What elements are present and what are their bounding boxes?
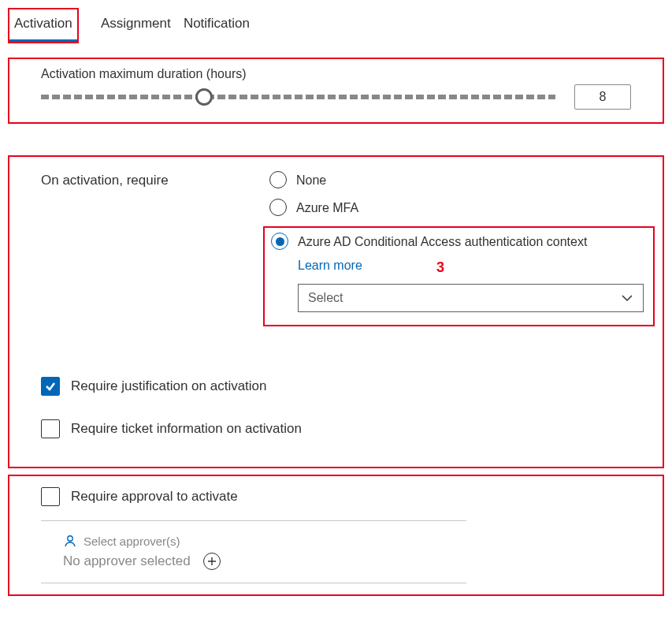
radio-label: Azure MFA <box>296 199 358 217</box>
tab-notification[interactable]: Notification <box>179 9 254 39</box>
radio-label: Azure AD Conditional Access authenticati… <box>298 233 587 251</box>
svg-point-0 <box>68 536 72 541</box>
checkbox-label: Require justification on activation <box>71 378 267 394</box>
slider-thumb[interactable] <box>195 88 213 106</box>
radio-icon <box>269 171 287 188</box>
on-activation-label: On activation, require <box>41 171 269 326</box>
duration-slider[interactable] <box>41 95 555 99</box>
checkbox-icon <box>41 419 60 438</box>
radio-icon <box>271 233 288 250</box>
learn-more-link[interactable]: Learn more <box>298 259 644 273</box>
duration-label: Activation maximum duration (hours) <box>41 67 631 81</box>
checkbox-icon <box>41 377 60 396</box>
radio-icon <box>269 199 287 216</box>
select-placeholder: Select <box>308 291 343 305</box>
checkbox-justification[interactable]: Require justification on activation <box>41 377 655 396</box>
annotation-3: 3 <box>436 259 444 276</box>
approvers-block: Select approver(s) No approver selected <box>41 520 466 583</box>
checkbox-ticket-info[interactable]: Require ticket information on activation <box>41 419 655 438</box>
radio-conditional-access[interactable]: Azure AD Conditional Access authenticati… <box>271 233 644 251</box>
add-approver-button[interactable] <box>203 553 221 570</box>
checkbox-require-approval[interactable]: Require approval to activate <box>41 487 655 506</box>
chevron-down-icon <box>621 292 633 304</box>
person-icon <box>63 534 77 548</box>
section-approval: Require approval to activate Select appr… <box>8 475 664 596</box>
conditional-access-box: Azure AD Conditional Access authenticati… <box>263 226 655 326</box>
auth-context-select[interactable]: Select <box>298 284 644 312</box>
tab-activation[interactable]: Activation <box>9 9 77 42</box>
duration-value-input[interactable]: 8 <box>574 84 631 110</box>
checkbox-label: Require approval to activate <box>71 489 238 505</box>
radio-label: None <box>296 171 326 189</box>
tab-assignment[interactable]: Assignment <box>96 9 176 39</box>
no-approver-text: No approver selected <box>63 553 191 569</box>
select-approvers-label: Select approver(s) <box>84 535 180 548</box>
section-on-activation: On activation, require None Azure MFA Az… <box>8 155 664 468</box>
radio-azure-mfa[interactable]: Azure MFA <box>269 199 655 217</box>
plus-icon <box>207 557 217 566</box>
checkbox-label: Require ticket information on activation <box>71 421 302 437</box>
section-duration: Activation maximum duration (hours) 8 <box>8 58 664 124</box>
checkbox-icon <box>41 487 60 506</box>
radio-none[interactable]: None <box>269 171 655 189</box>
